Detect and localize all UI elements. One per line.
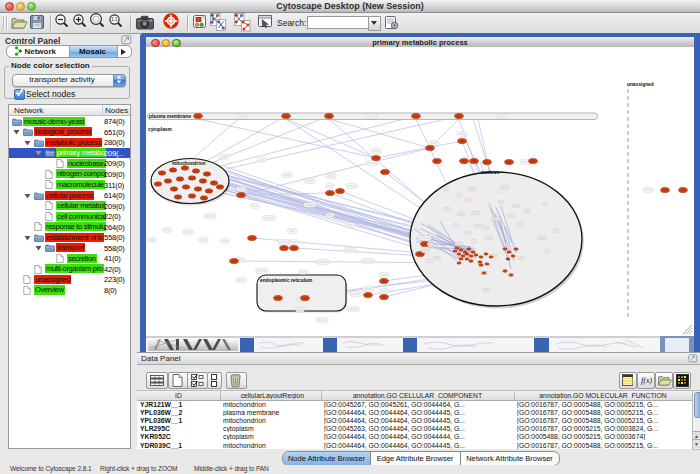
svg-text:f(x): f(x): [641, 376, 652, 385]
svg-text:1:1: 1:1: [111, 17, 118, 22]
svg-text:mitochondrion: mitochondrion: [172, 161, 206, 166]
svg-text:nucleus: nucleus: [481, 170, 499, 175]
svg-text:cytoplasm: cytoplasm: [148, 127, 172, 132]
svg-text:endoplasmic reticulum: endoplasmic reticulum: [260, 278, 312, 283]
svg-text:plasma membrane: plasma membrane: [149, 114, 191, 119]
svg-text:unassigned: unassigned: [627, 82, 654, 87]
